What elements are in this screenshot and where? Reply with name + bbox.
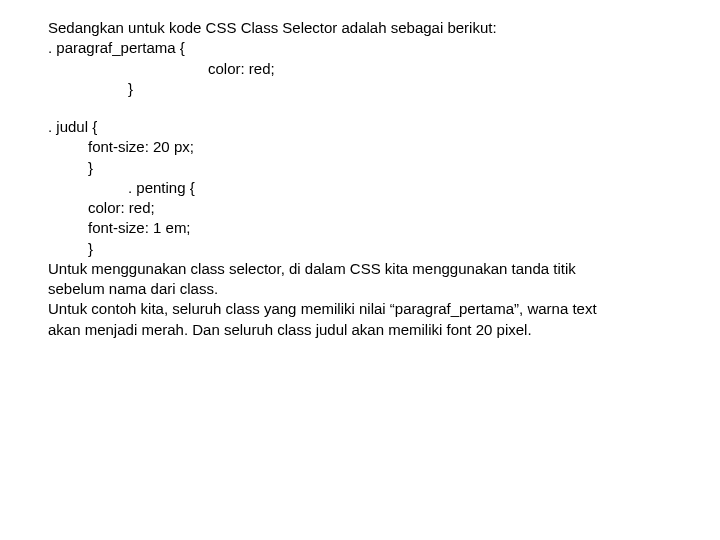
text-line: } <box>48 79 680 99</box>
text-line: color: red; <box>48 198 680 218</box>
blank-line <box>48 99 680 117</box>
text-line: . paragraf_pertama { <box>48 38 680 58</box>
text-line: . penting { <box>48 178 680 198</box>
text-line: sebelum nama dari class. <box>48 279 680 299</box>
text-line: Untuk menggunakan class selector, di dal… <box>48 259 680 279</box>
text-line: color: red; <box>48 59 680 79</box>
text-line: font-size: 1 em; <box>48 218 680 238</box>
text-line: } <box>48 239 680 259</box>
text-line: Untuk contoh kita, seluruh class yang me… <box>48 299 680 319</box>
text-line: akan menjadi merah. Dan seluruh class ju… <box>48 320 680 340</box>
text-line: Sedangkan untuk kode CSS Class Selector … <box>48 18 680 38</box>
text-line: } <box>48 158 680 178</box>
text-line: . judul { <box>48 117 680 137</box>
document-body: Sedangkan untuk kode CSS Class Selector … <box>0 0 720 340</box>
text-line: font-size: 20 px; <box>48 137 680 157</box>
